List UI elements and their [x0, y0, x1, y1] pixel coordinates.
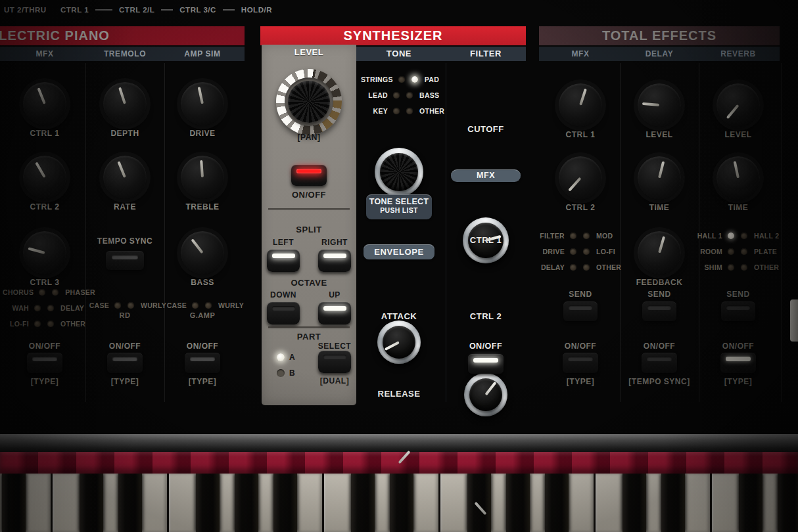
divider [268, 326, 350, 328]
led-label: OTHER [419, 107, 446, 115]
other-led [583, 264, 590, 271]
ep-ctrl2-knob[interactable] [23, 156, 66, 199]
rear-label-hold: HOLD/R [241, 6, 272, 14]
total-effects-header: TOTAL EFFECTS [539, 26, 780, 45]
led-label: HALL 2 [754, 232, 780, 240]
electric-piano-tab-bar: MFX TREMOLO AMP SIM [0, 47, 245, 61]
led-label: DRIVE [538, 248, 565, 255]
reverb-level-knob[interactable] [716, 83, 760, 127]
split-label: SPLIT [296, 225, 321, 234]
fx-mfx-send-button[interactable] [563, 301, 598, 321]
synth-level-knob[interactable] [276, 69, 342, 135]
reverb-send-label: SEND [726, 290, 749, 299]
piano-key-black[interactable] [778, 474, 798, 532]
delay-onoff-label: ON/OFF [644, 342, 675, 351]
reverb-type-label: [TYPE] [724, 377, 752, 386]
fx-mfx-onoff-button[interactable] [563, 353, 598, 373]
octave-up-label: UP [329, 290, 340, 299]
drive-led [570, 248, 576, 255]
reverb-led-row-3: SHIMOTHER [696, 263, 780, 271]
tab-filter[interactable]: FILTER [470, 47, 502, 61]
piano-key-black[interactable] [622, 474, 646, 532]
piano-key-black[interactable] [2, 474, 26, 532]
split-left-label: LEFT [273, 238, 294, 247]
led-label: PHASER [65, 288, 95, 296]
wah-led [34, 305, 41, 311]
tab-fx-mfx[interactable]: MFX [571, 47, 589, 61]
ep-rate-knob[interactable] [103, 156, 147, 199]
piano-key-black[interactable] [235, 474, 258, 532]
ep-tremolo-onoff-label: ON/OFF [109, 342, 141, 351]
ep-ctrl3-label: CTRL 3 [30, 278, 60, 287]
reverb-onoff-button[interactable] [720, 353, 756, 373]
fx-ctrl1-knob[interactable] [559, 83, 602, 127]
dual-label: [DUAL] [320, 376, 349, 386]
delay-level-knob[interactable] [638, 83, 681, 127]
reverb-time-knob[interactable] [716, 156, 760, 200]
delay-onoff-button[interactable] [642, 353, 677, 373]
fx-mfx-onoff-label: ON/OFF [565, 342, 596, 351]
attack-knob[interactable] [377, 321, 421, 364]
tone-select-knob[interactable] [375, 148, 423, 196]
ep-mfx-led-row-2: WAHDELAY [3, 303, 87, 312]
piano-key-black[interactable] [80, 474, 103, 532]
reverb-onoff-label: ON/OFF [722, 342, 754, 351]
panel-edge-highlight [790, 299, 798, 342]
led-label: MOD [596, 232, 622, 240]
synthesizer-header: SYNTHESIZER [260, 26, 526, 45]
tone-led-row-3: KEYOTHER [361, 106, 446, 115]
split-right-label: RIGHT [321, 238, 348, 247]
fx-mfx-led-row-2: DRIVELO-FI [538, 247, 622, 255]
piano-key-black[interactable] [390, 474, 413, 532]
ep-ctrl1-knob[interactable] [23, 82, 66, 125]
part-select-button[interactable] [318, 351, 351, 373]
tempo-sync-button[interactable] [106, 251, 144, 270]
tempo-sync-label: TEMPO SYNC [97, 236, 153, 246]
piano-key-black[interactable] [739, 474, 763, 532]
ep-ampsim-led-row: CASEWURLY [160, 301, 245, 309]
tab-fx-reverb[interactable]: REVERB [720, 47, 756, 61]
fx-mfx-led-row-3: DELAYOTHER [538, 263, 622, 271]
split-right-button[interactable] [318, 250, 351, 272]
piano-key-black[interactable] [506, 474, 530, 532]
ep-depth-knob[interactable] [103, 82, 147, 125]
led-label: OTHER [60, 320, 87, 328]
ep-ctrl3-knob[interactable] [23, 231, 66, 275]
piano-key-black[interactable] [196, 474, 220, 532]
ep-mfx-onoff-button[interactable] [27, 353, 62, 373]
ep-bass-knob[interactable] [181, 231, 224, 275]
led-label: OTHER [596, 263, 622, 271]
ep-treble-knob[interactable] [181, 156, 224, 199]
led-label: HALL 1 [696, 232, 722, 240]
split-left-button[interactable] [267, 250, 300, 272]
tab-fx-delay[interactable]: DELAY [645, 47, 674, 61]
piano-key-black[interactable] [351, 474, 375, 532]
tab-ep-amp-sim[interactable]: AMP SIM [184, 47, 220, 61]
led-label: CHORUS [3, 288, 34, 296]
filter-ctrl1-knob[interactable] [464, 373, 507, 416]
piano-key-black[interactable] [661, 474, 685, 532]
ep-bass-label: BASS [191, 278, 214, 287]
tab-ep-mfx[interactable]: MFX [35, 47, 53, 61]
octave-down-button[interactable] [267, 302, 300, 324]
piano-key-black[interactable] [545, 474, 569, 532]
mod-led [583, 233, 590, 239]
filter-onoff-button[interactable] [468, 354, 504, 374]
ep-depth-label: DEPTH [110, 129, 139, 138]
tab-ep-tremolo[interactable]: TREMOLO [104, 47, 146, 61]
delay-time-knob[interactable] [638, 156, 681, 200]
delay-send-button[interactable] [642, 301, 676, 321]
fx-ctrl2-knob[interactable] [559, 156, 602, 200]
octave-up-button[interactable] [318, 302, 351, 324]
ep-ampsim-onoff-button[interactable] [185, 353, 220, 373]
ep-tremolo-onoff-button[interactable] [107, 353, 143, 373]
tab-tone[interactable]: TONE [387, 47, 411, 61]
piano-key-black[interactable] [118, 474, 142, 532]
rd-label: RD [120, 311, 131, 319]
synth-onoff-button[interactable] [291, 165, 327, 186]
piano-key-black[interactable] [467, 474, 491, 532]
piano-key-black[interactable] [273, 474, 297, 532]
reverb-send-button[interactable] [721, 301, 755, 321]
feedback-knob[interactable] [638, 231, 681, 275]
ep-drive-knob[interactable] [181, 82, 224, 125]
